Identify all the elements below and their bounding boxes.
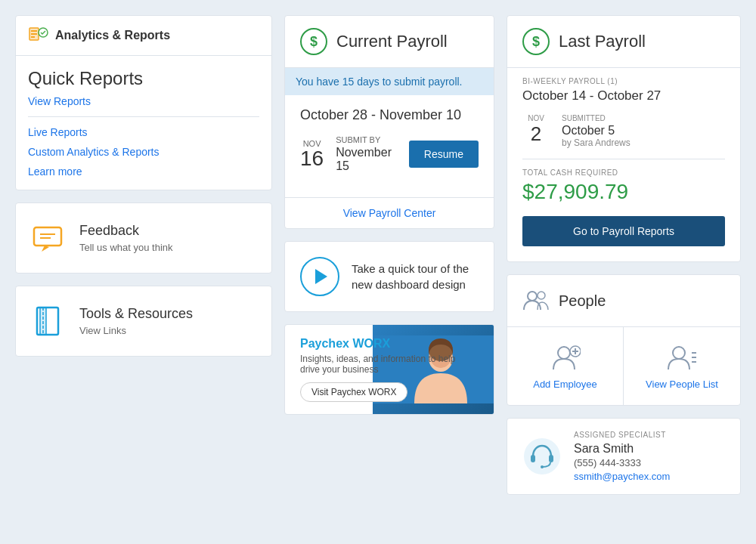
add-employee-label: Add Employee xyxy=(533,379,597,390)
people-icon xyxy=(522,287,550,314)
tour-card[interactable]: Take a quick tour of the new dashboard d… xyxy=(284,241,494,312)
submit-info: SUBMIT BY November 15 xyxy=(336,135,397,173)
svg-rect-31 xyxy=(549,455,553,462)
current-payroll-header: $ Current Payroll xyxy=(285,16,494,68)
tools-subtitle: View Links xyxy=(79,325,193,336)
play-icon xyxy=(300,257,339,296)
specialist-info: ASSIGNED SPECIALIST Sara Smith (555) 444… xyxy=(574,431,670,482)
feedback-content: Feedback Tell us what you think xyxy=(79,223,173,253)
last-payroll-header: $ Last Payroll xyxy=(507,16,740,68)
current-payroll-title: Current Payroll xyxy=(336,32,448,51)
analytics-header: Analytics & Reports xyxy=(16,16,271,56)
feedback-subtitle: Tell us what you think xyxy=(79,242,173,253)
resume-button[interactable]: Resume xyxy=(409,141,479,168)
tools-card[interactable]: Tools & Resources View Links xyxy=(15,286,272,357)
specialist-name: Sara Smith xyxy=(574,442,670,456)
people-card: People Add Employee xyxy=(507,274,741,406)
feedback-card[interactable]: Feedback Tell us what you think xyxy=(15,202,272,274)
last-payroll-dates: October 14 - October 27 xyxy=(522,88,725,104)
specialist-card: ASSIGNED SPECIALIST Sara Smith (555) 444… xyxy=(507,418,741,495)
lp-date-badge: NOV 2 xyxy=(522,114,550,146)
svg-point-25 xyxy=(673,347,685,359)
play-triangle xyxy=(315,269,327,284)
submit-by-date: November 15 xyxy=(336,146,392,172)
tour-text: Take a quick tour of the new dashboard d… xyxy=(352,261,479,292)
learn-more-link[interactable]: Learn more xyxy=(28,165,259,178)
specialist-label: ASSIGNED SPECIALIST xyxy=(574,431,670,439)
svg-point-19 xyxy=(528,292,537,301)
current-payroll-card: $ Current Payroll You have 15 days to su… xyxy=(284,15,494,229)
svg-point-29 xyxy=(524,438,560,474)
add-employee-button[interactable]: Add Employee xyxy=(507,327,624,405)
lp-month: NOV xyxy=(522,114,550,122)
middle-column: $ Current Payroll You have 15 days to su… xyxy=(284,15,494,495)
tools-title: Tools & Resources xyxy=(79,306,193,322)
svg-rect-3 xyxy=(31,33,37,35)
view-people-list-icon xyxy=(667,342,697,372)
submitted-row: NOV 2 SUBMITTED October 5 by Sara Andrew… xyxy=(522,114,725,159)
analytics-reports-card: Analytics & Reports Quick Reports View R… xyxy=(15,15,272,190)
feedback-title: Feedback xyxy=(79,223,173,239)
visit-worx-button[interactable]: Visit Paychex WORX xyxy=(300,382,407,402)
specialist-headset-icon xyxy=(522,437,562,476)
total-cash-label: TOTAL CASH REQUIRED xyxy=(522,168,725,177)
left-column: Analytics & Reports Quick Reports View R… xyxy=(15,15,272,495)
people-title: People xyxy=(559,292,606,310)
svg-point-21 xyxy=(558,347,570,359)
bi-weekly-label: BI-WEEKLY PAYROLL (1) xyxy=(522,77,725,85)
analytics-title: Analytics & Reports xyxy=(55,29,170,42)
payroll-alert: You have 15 days to submit payroll. xyxy=(285,68,494,95)
last-payroll-body: BI-WEEKLY PAYROLL (1) October 14 - Octob… xyxy=(507,68,740,216)
current-payroll-dates: October 28 - November 10 xyxy=(300,107,479,123)
svg-rect-30 xyxy=(531,455,535,462)
specialist-phone: (555) 444-3333 xyxy=(574,457,670,468)
svg-point-20 xyxy=(538,292,545,299)
specialist-inner: ASSIGNED SPECIALIST Sara Smith (555) 444… xyxy=(507,419,740,494)
specialist-email-link[interactable]: ssmith@paychex.com xyxy=(574,471,670,482)
view-reports-link[interactable]: View Reports xyxy=(28,95,91,107)
payroll-date-badge: NOV 16 xyxy=(300,139,324,169)
view-payroll-center-link[interactable]: View Payroll Center xyxy=(285,197,494,228)
lp-day: 2 xyxy=(531,122,541,145)
right-column: $ Last Payroll BI-WEEKLY PAYROLL (1) Oct… xyxy=(507,15,741,495)
lp-submitted-info: SUBMITTED October 5 by Sara Andrews xyxy=(562,114,631,148)
last-payroll-dollar-icon: $ xyxy=(522,28,550,55)
worx-desc: Insights, ideas, and information to help… xyxy=(300,354,466,375)
view-people-list-button[interactable]: View People List xyxy=(624,327,740,405)
current-payroll-body: You have 15 days to submit payroll. Octo… xyxy=(285,68,494,185)
quick-reports-title: Quick Reports xyxy=(28,68,259,89)
worx-title: Paychex WORX xyxy=(300,337,479,351)
people-actions: Add Employee View People List xyxy=(507,327,740,405)
add-employee-icon xyxy=(550,342,581,372)
view-people-list-label: View People List xyxy=(646,379,718,390)
svg-point-32 xyxy=(541,465,544,468)
worx-content: Paychex WORX Insights, ideas, and inform… xyxy=(300,337,479,402)
svg-rect-4 xyxy=(31,36,35,38)
submitted-date: October 5 xyxy=(562,124,631,138)
analytics-body: Quick Reports View Reports Live Reports … xyxy=(16,56,271,190)
worx-card: Paychex WORX Insights, ideas, and inform… xyxy=(284,324,494,415)
svg-rect-2 xyxy=(31,30,37,32)
submit-by-label: SUBMIT BY xyxy=(336,135,397,144)
custom-analytics-link[interactable]: Custom Analytics & Reports xyxy=(28,146,259,158)
total-cash-amount: $27,909.79 xyxy=(522,180,725,204)
people-header: People xyxy=(507,275,740,327)
report-links: Live Reports Custom Analytics & Reports … xyxy=(28,126,259,178)
last-payroll-title: Last Payroll xyxy=(559,32,646,51)
submitted-label: SUBMITTED xyxy=(562,114,631,122)
submitted-by: by Sara Andrews xyxy=(562,138,631,148)
tools-inner: Tools & Resources View Links xyxy=(16,286,271,356)
payroll-day: 16 xyxy=(300,147,324,170)
feedback-inner: Feedback Tell us what you think xyxy=(16,203,271,273)
go-payroll-reports-button[interactable]: Go to Payroll Reports xyxy=(522,216,725,246)
feedback-icon xyxy=(28,218,67,258)
last-payroll-card: $ Last Payroll BI-WEEKLY PAYROLL (1) Oct… xyxy=(507,15,741,262)
tools-icon xyxy=(28,301,67,341)
analytics-icon xyxy=(28,25,49,46)
tour-inner: Take a quick tour of the new dashboard d… xyxy=(285,242,494,311)
dollar-icon: $ xyxy=(300,28,327,55)
payroll-row: NOV 16 SUBMIT BY November 15 Resume xyxy=(300,135,479,173)
live-reports-link[interactable]: Live Reports xyxy=(28,126,259,138)
tools-content: Tools & Resources View Links xyxy=(79,306,193,336)
